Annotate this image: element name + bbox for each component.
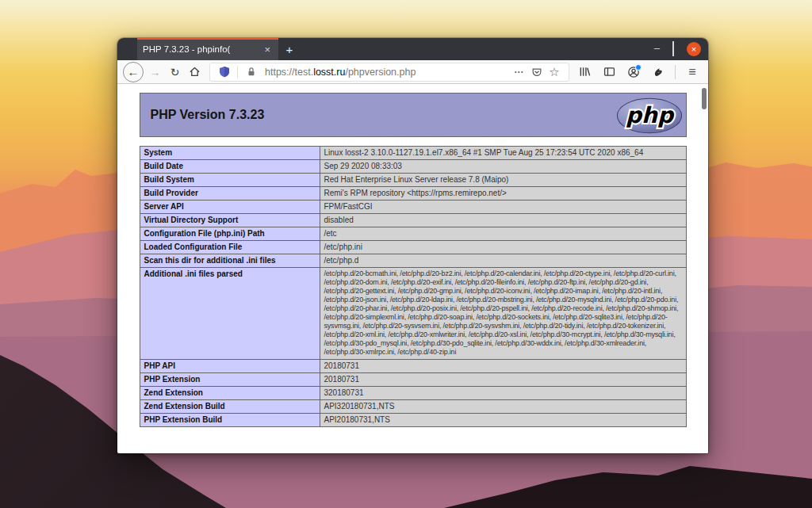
window-controls: – × [654,38,708,60]
url-prefix: https://test. [265,67,313,78]
browser-window: PHP 7.3.23 - phpinfo( × + – × ← → ↻ http… [117,38,708,453]
row-label: Configuration File (php.ini) Path [140,227,320,241]
library-icon[interactable] [576,63,592,81]
url-path: /phpversion.php [345,67,416,78]
table-row: PHP API20180731 [140,359,686,372]
maximize-icon [672,41,674,56]
row-value: Remi's RPM repository <https://rpms.remi… [320,187,686,201]
row-label: Build System [140,174,320,187]
phpinfo-header: PHP Version 7.3.23 php [140,93,687,137]
url-domain: losst.ru [313,67,345,78]
tracking-protection-shield-icon[interactable] [216,63,233,81]
menu-icon[interactable]: ≡ [684,63,700,81]
row-value: /etc [320,227,686,241]
window-close-button[interactable]: × [687,42,701,56]
row-value: 20180731 [320,359,686,372]
row-value: API20180731,NTS [320,413,686,426]
row-value: /etc/php.ini [320,241,686,254]
row-label: Build Provider [140,187,320,201]
table-row: PHP Extension20180731 [140,372,686,386]
phpinfo-table-body: SystemLinux losst-2 3.10.0-1127.19.1.el7… [140,147,686,427]
urlbar-separator [237,66,238,78]
table-row: Configuration File (php.ini) Path/etc [140,227,686,241]
row-value: 320180731 [320,386,686,399]
table-row: Loaded Configuration File/etc/php.ini [140,241,686,254]
phpinfo-table: SystemLinux losst-2 3.10.0-1127.19.1.el7… [140,146,687,427]
toolbar-separator [675,65,676,79]
tab-bar-fill [301,38,654,60]
row-value: /etc/php.d/20-bcmath.ini, /etc/php.d/20-… [320,268,686,360]
bookmark-star-icon[interactable]: ☆ [546,63,563,81]
new-tab-button[interactable]: + [278,38,301,60]
row-label: Scan this dir for additional .ini files [140,254,320,268]
tab-close-icon[interactable]: × [262,43,273,56]
page-title: PHP Version 7.3.23 [151,108,265,122]
table-row: Server APIFPM/FastCGI [140,201,686,214]
table-row: Build DateSep 29 2020 08:33:03 [140,160,686,174]
row-label: Zend Extension [140,386,320,399]
extension-icon[interactable] [650,63,666,81]
tab-bar-spacer [117,38,137,60]
table-row: Virtual Directory Supportdisabled [140,214,686,227]
table-row: Scan this dir for additional .ini files/… [140,254,686,268]
table-row: SystemLinux losst-2 3.10.0-1127.19.1.el7… [140,147,686,160]
table-row: Additional .ini files parsed/etc/php.d/2… [140,268,686,360]
toolbar-right-icons: ≡ [574,63,703,81]
vertical-scrollbar[interactable] [699,84,708,453]
forward-button[interactable]: → [145,63,165,82]
row-label: Virtual Directory Support [140,214,320,227]
row-label: PHP Extension Build [140,413,320,426]
url-bar[interactable]: https://test.losst.ru/phpversion.php •••… [209,63,569,82]
row-value: /etc/php.d [320,254,686,268]
reload-button[interactable]: ↻ [165,63,185,82]
browser-toolbar: ← → ↻ https://test.losst.ru/phpversion.p… [117,60,708,84]
home-icon [189,66,201,78]
row-value: Linux losst-2 3.10.0-1127.19.1.el7.x86_6… [320,147,686,160]
browser-tab[interactable]: PHP 7.3.23 - phpinfo( × [137,38,278,60]
sidebar-icon[interactable] [601,63,617,81]
svg-text:php: php [625,102,674,128]
table-row: PHP Extension BuildAPI20180731,NTS [140,413,686,426]
row-label: PHP API [140,359,320,372]
window-maximize-button[interactable] [672,42,674,56]
row-label: Additional .ini files parsed [140,268,320,360]
row-value: Sep 29 2020 08:33:03 [320,160,686,174]
row-label: Zend Extension Build [140,399,320,413]
row-value: FPM/FastCGI [320,201,686,214]
row-value: disabled [320,214,686,227]
row-value: 20180731 [320,372,686,386]
window-minimize-button[interactable]: – [654,43,660,53]
tab-title: PHP 7.3.23 - phpinfo( [143,44,262,54]
account-icon[interactable] [626,63,642,81]
scrollbar-thumb[interactable] [702,88,707,109]
table-row: Zend Extension BuildAPI320180731,NTS [140,399,686,413]
php-logo: php [616,97,683,135]
home-button[interactable] [185,63,205,82]
row-value: API320180731,NTS [320,399,686,413]
row-label: System [140,147,320,160]
account-notification-badge [635,64,642,71]
pocket-icon[interactable] [528,63,546,81]
table-row: Build ProviderRemi's RPM repository <htt… [140,187,686,201]
lock-icon[interactable] [243,63,260,81]
back-button[interactable]: ← [123,62,144,82]
row-label: Build Date [140,160,320,174]
page-content: PHP Version 7.3.23 php SystemLinux losst… [117,84,708,453]
url-text: https://test.losst.ru/phpversion.php [265,67,511,78]
row-label: Loaded Configuration File [140,241,320,254]
table-row: Zend Extension320180731 [140,386,686,399]
row-value: Red Hat Enterprise Linux Server release … [320,174,686,187]
row-label: Server API [140,201,320,214]
row-label: PHP Extension [140,372,320,386]
tab-bar: PHP 7.3.23 - phpinfo( × + – × [117,38,708,60]
phpinfo-page: PHP Version 7.3.23 php SystemLinux losst… [140,93,687,427]
table-row: Build SystemRed Hat Enterprise Linux Ser… [140,174,686,187]
page-actions-icon[interactable]: ••• [511,63,528,81]
